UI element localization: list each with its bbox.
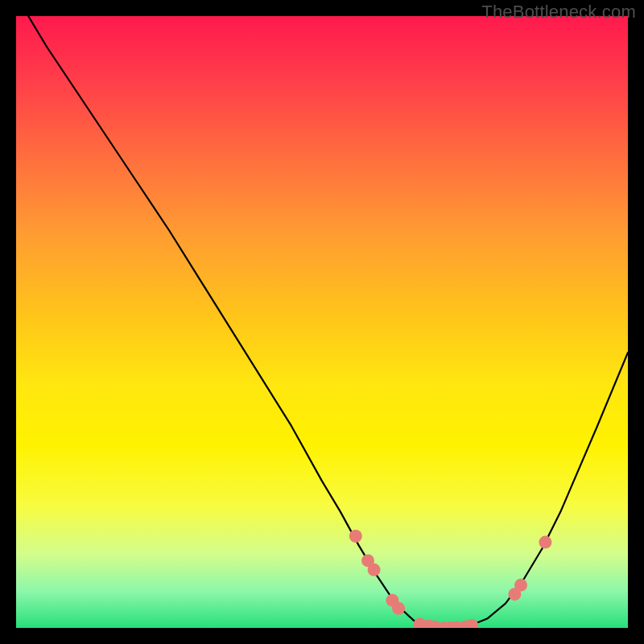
chart-plot-area <box>16 16 628 628</box>
data-marker <box>465 619 478 628</box>
chart-svg <box>16 16 628 628</box>
data-marker <box>514 579 527 592</box>
watermark-text: TheBottleneck.com <box>481 2 636 23</box>
bottleneck-curve <box>28 16 628 628</box>
data-marker <box>539 536 551 549</box>
chart-frame: TheBottleneck.com <box>0 0 644 644</box>
data-marker <box>392 602 405 615</box>
data-marker <box>368 564 381 576</box>
data-marker <box>349 530 362 543</box>
